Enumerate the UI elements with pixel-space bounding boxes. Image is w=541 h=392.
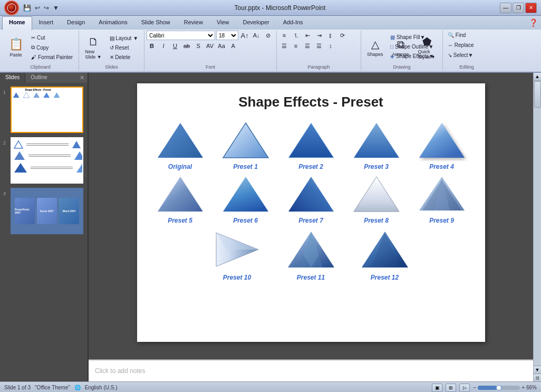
numbering-btn[interactable]: ⒈ <box>291 31 301 40</box>
replace-button[interactable]: ↔ Replace <box>445 41 487 50</box>
tab-view[interactable]: View <box>210 16 236 30</box>
normal-view-btn[interactable]: ▣ <box>432 384 442 392</box>
bullet-btn[interactable]: ≡ <box>279 31 289 40</box>
shape-preset1[interactable]: Preset 1 <box>222 121 269 170</box>
font-color-btn[interactable]: A <box>228 41 238 51</box>
layout-button[interactable]: ▤ Layout ▼ <box>107 34 141 43</box>
tab-review[interactable]: Review <box>177 16 210 30</box>
drawing-label: Drawing <box>361 64 442 70</box>
paragraph-label: Paragraph <box>277 64 361 70</box>
shape-preset5[interactable]: Preset 5 <box>157 175 204 224</box>
thumbnail-item-2[interactable]: 2 <box>3 137 84 184</box>
bold-btn[interactable]: B <box>147 41 157 51</box>
thumb-frame-2[interactable] <box>11 137 83 184</box>
tab-developer[interactable]: Developer <box>236 16 276 30</box>
thumbnail-item-3[interactable]: 3 PowerPoint 2007 Excel 2007 Word 2007 <box>3 188 84 234</box>
thumb-frame-1[interactable]: Shape Effects - Preset <box>11 87 83 133</box>
select-button[interactable]: ↘ Select▼ <box>445 51 487 60</box>
find-button[interactable]: 🔍 Find <box>445 31 487 40</box>
close-panel-btn[interactable]: ✕ <box>76 73 88 83</box>
format-painter-button[interactable]: 🖌 Format Painter <box>28 53 75 62</box>
help-icon[interactable]: ❓ <box>529 18 538 27</box>
scroll-up-btn[interactable]: ▲ <box>534 73 541 81</box>
align-center-btn[interactable]: ≡ <box>291 41 301 51</box>
increase-indent-btn[interactable]: ⇥ <box>314 31 324 40</box>
shape-preset4[interactable]: Preset 4 <box>418 121 466 170</box>
tab-home[interactable]: Home <box>2 16 32 30</box>
shape-fill-btn[interactable]: ▦ Shape Fill▼ <box>388 33 441 42</box>
tab-design[interactable]: Design <box>60 16 92 30</box>
minimize-button[interactable]: — <box>500 3 511 13</box>
zoom-slider[interactable] <box>478 386 520 390</box>
justify-btn[interactable]: ☰ <box>314 41 324 51</box>
svg-marker-9 <box>74 151 83 160</box>
restore-button[interactable]: ❐ <box>513 3 524 13</box>
increase-font-btn[interactable]: A↑ <box>239 31 250 40</box>
align-left-btn[interactable]: ☰ <box>279 41 289 51</box>
paragraph-row2: ☰ ≡ ☰ ☰ ↕ <box>279 41 358 51</box>
shape-original[interactable]: Original <box>157 121 204 170</box>
scroll-more-btn[interactable]: ⊡ <box>534 374 541 381</box>
font-size-select[interactable]: 18 <box>216 31 238 40</box>
scroll-thumb[interactable] <box>534 81 541 108</box>
undo-btn[interactable]: ↩ <box>34 3 41 13</box>
label-preset5: Preset 5 <box>168 217 192 224</box>
columns-btn[interactable]: ⫿ <box>325 31 336 40</box>
tab-insert[interactable]: Insert <box>32 16 61 30</box>
outline-tab[interactable]: Outline <box>25 73 53 83</box>
scroll-down-btn[interactable]: ▼ <box>534 366 541 374</box>
shapes-button[interactable]: △ Shapes <box>363 36 387 59</box>
zoom-thumb[interactable] <box>496 385 501 390</box>
shape-preset8[interactable]: Preset 8 <box>353 175 400 224</box>
shape-preset12[interactable]: Preset 12 <box>359 228 411 281</box>
redo-btn[interactable]: ↪ <box>43 3 50 13</box>
thumb-frame-3[interactable]: PowerPoint 2007 Excel 2007 Word 2007 <box>11 188 83 234</box>
font-name-select[interactable]: Calibri <box>147 31 215 40</box>
new-slide-button[interactable]: 🗋 NewSlide ▼ <box>81 34 105 62</box>
shape-outline-btn[interactable]: □ Shape Outline▼ <box>388 42 441 51</box>
tab-animations[interactable]: Animations <box>92 16 134 30</box>
shape-preset3[interactable]: Preset 3 <box>353 121 400 170</box>
spacing-btn[interactable]: AV <box>205 41 215 51</box>
strikethrough-btn[interactable]: ab <box>181 41 192 51</box>
italic-btn[interactable]: I <box>158 41 169 51</box>
underline-btn[interactable]: U <box>170 41 180 51</box>
decrease-indent-btn[interactable]: ⇤ <box>302 31 313 40</box>
case-btn[interactable]: Aa <box>216 41 227 51</box>
slide-canvas[interactable]: Shape Effects - Preset <box>137 83 485 342</box>
tab-addins[interactable]: Add-Ins <box>276 16 310 30</box>
decrease-font-btn[interactable]: A↓ <box>251 31 262 40</box>
clipboard-label: Clipboard <box>2 64 79 70</box>
shape-effects-btn[interactable]: ◈ Shape Effects▼ <box>388 52 441 61</box>
zoom-out-btn[interactable]: − <box>473 385 476 390</box>
shape-preset2[interactable]: Preset 2 <box>287 121 335 170</box>
line-spacing-btn[interactable]: ↕ <box>325 41 336 51</box>
notes-area[interactable]: Click to add notes <box>89 359 533 381</box>
paste-button[interactable]: 📋 Paste <box>4 35 27 60</box>
reset-button[interactable]: ↺ Reset <box>107 43 141 52</box>
office-button[interactable] <box>4 1 19 15</box>
delete-button[interactable]: ✕ Delete <box>107 53 141 62</box>
text-direction-btn[interactable]: ⟳ <box>337 31 347 40</box>
shape-preset11[interactable]: Preset 11 <box>285 228 337 281</box>
shape-preset10[interactable]: Preset 10 <box>211 228 264 281</box>
shape-preset6[interactable]: Preset 6 <box>222 175 269 224</box>
thumbnail-item-1[interactable]: 1 Shape Effects - Preset <box>3 87 84 133</box>
zoom-in-btn[interactable]: + <box>521 385 525 390</box>
shadow-btn[interactable]: S <box>193 41 204 51</box>
shape-preset9[interactable]: Preset 9 <box>418 175 466 224</box>
align-right-btn[interactable]: ☰ <box>302 41 313 51</box>
copy-button[interactable]: ⧉ Copy <box>28 43 75 52</box>
slides-tab[interactable]: Slides <box>0 73 25 83</box>
right-scrollbar[interactable]: ▲ ▼ ⊡ <box>533 73 541 381</box>
cut-button[interactable]: ✂ Cut <box>28 33 75 42</box>
slide-sorter-btn[interactable]: ⊞ <box>446 384 456 392</box>
tab-slideshow[interactable]: Slide Show <box>134 16 177 30</box>
customize-btn[interactable]: ▼ <box>52 3 60 13</box>
save-btn[interactable]: 💾 <box>22 3 32 13</box>
close-button[interactable]: ✕ <box>525 3 537 13</box>
slideshow-btn[interactable]: ▷ <box>459 384 470 392</box>
shape-preset7[interactable]: Preset 7 <box>287 175 335 224</box>
thumbnails-panel: Slides Outline ✕ 1 Shape Effects - Prese… <box>0 73 89 381</box>
clear-format-btn[interactable]: ⊘ <box>263 31 273 40</box>
